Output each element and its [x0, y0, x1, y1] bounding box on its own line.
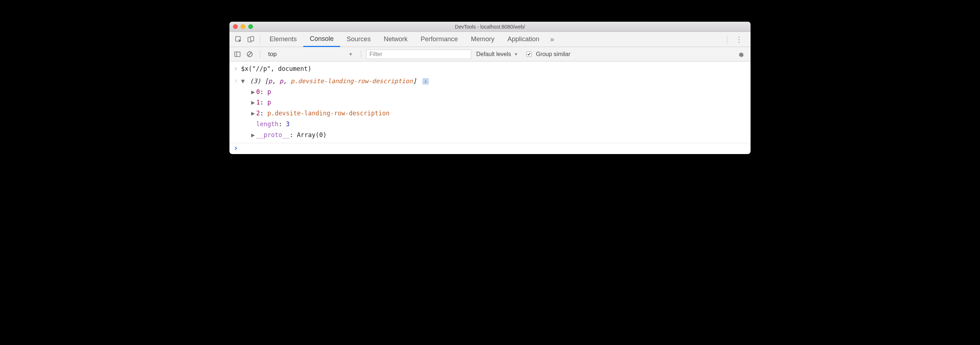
svg-rect-8: [425, 81, 426, 83]
maximize-button[interactable]: [248, 24, 253, 29]
tab-performance[interactable]: Performance: [414, 32, 464, 47]
expand-arrow-icon[interactable]: ▶: [251, 97, 256, 108]
bracket-open: [: [264, 77, 268, 84]
summary-item-2[interactable]: p.devsite-landing-row-description: [291, 77, 413, 84]
separator: [260, 35, 260, 43]
summary-item-1[interactable]: p: [279, 77, 283, 84]
filter-input[interactable]: Filter: [366, 49, 471, 59]
separator: [361, 50, 361, 58]
svg-rect-2: [250, 37, 254, 41]
array-length-prop[interactable]: ▶length: 3: [241, 119, 746, 130]
collapse-arrow-icon[interactable]: ▼: [241, 76, 246, 87]
entry-value: p: [267, 88, 271, 95]
array-entry-2[interactable]: ▶2: p.devsite-landing-row-description: [241, 108, 746, 119]
devtools-window: DevTools - localhost:8080/web/ Elements …: [229, 22, 751, 154]
array-proto-prop[interactable]: ▶__proto__: Array(0): [241, 130, 746, 141]
proto-value: Array(0): [297, 131, 327, 138]
log-levels-selector[interactable]: Default levels ▼: [473, 51, 521, 57]
output-chevron-icon: [234, 76, 241, 83]
tab-network[interactable]: Network: [377, 32, 414, 47]
svg-line-6: [248, 52, 251, 56]
levels-label: Default levels: [476, 51, 511, 57]
svg-rect-3: [235, 52, 240, 56]
bracket-close: ]: [413, 77, 417, 84]
device-toolbar-icon[interactable]: [245, 33, 257, 46]
prompt-input[interactable]: [241, 146, 746, 151]
entry-index: 2: [256, 110, 260, 117]
tab-elements[interactable]: Elements: [263, 32, 303, 47]
array-length-summary: (3): [250, 77, 264, 84]
length-label: length: [256, 121, 278, 128]
expand-arrow-icon[interactable]: ▶: [251, 87, 256, 98]
entry-value: p: [267, 99, 271, 106]
summary-item-0[interactable]: p: [268, 77, 272, 84]
tab-sources[interactable]: Sources: [340, 32, 377, 47]
sidebar-toggle-icon[interactable]: [232, 49, 242, 59]
context-selector[interactable]: top ▼: [265, 49, 356, 59]
separator: [727, 35, 727, 43]
context-value: top: [268, 51, 277, 58]
tab-console[interactable]: Console: [303, 32, 340, 47]
close-button[interactable]: [233, 24, 238, 29]
entry-value: p.devsite-landing-row-description: [267, 110, 390, 117]
entry-index: 0: [256, 88, 260, 95]
tabs-container: Elements Console Sources Network Perform…: [263, 32, 724, 47]
kebab-menu-icon[interactable]: ⋮: [730, 35, 748, 44]
array-entry-1[interactable]: ▶1: p: [241, 97, 746, 108]
proto-label: __proto__: [256, 131, 290, 138]
traffic-lights: [233, 24, 253, 29]
dropdown-arrow-icon: ▼: [348, 52, 353, 57]
result-content[interactable]: ▼ (3) [p, p, p.devsite-landing-row-descr…: [241, 76, 746, 141]
more-tabs-button[interactable]: »: [546, 35, 558, 43]
svg-point-7: [425, 80, 426, 81]
length-value: 3: [286, 121, 290, 128]
group-similar-label: Group similar: [536, 51, 570, 57]
input-expression[interactable]: $x("//p", document): [241, 64, 746, 75]
tab-memory[interactable]: Memory: [464, 32, 501, 47]
tabbar: Elements Console Sources Network Perform…: [229, 32, 751, 47]
info-badge-icon[interactable]: [422, 78, 429, 84]
console-toolbar: top ▼ Filter Default levels ▼ Group simi…: [229, 47, 751, 62]
entry-index: 1: [256, 99, 260, 106]
tab-application[interactable]: Application: [501, 32, 546, 47]
titlebar: DevTools - localhost:8080/web/: [229, 22, 751, 32]
window-title: DevTools - localhost:8080/web/: [455, 24, 525, 30]
separator: [260, 50, 260, 58]
expand-arrow-icon[interactable]: ▶: [251, 108, 256, 119]
array-entry-0[interactable]: ▶0: p: [241, 87, 746, 98]
minimize-button[interactable]: [241, 24, 245, 29]
console-body: $x("//p", document) ▼ (3) [p, p, p.devsi…: [229, 62, 751, 154]
prompt-chevron-icon: [234, 146, 241, 151]
filter-placeholder: Filter: [369, 51, 382, 57]
inspect-element-icon[interactable]: [232, 33, 245, 46]
console-prompt[interactable]: [229, 143, 751, 154]
console-input-echo: $x("//p", document): [229, 63, 751, 75]
expand-arrow-icon[interactable]: ▶: [251, 130, 256, 141]
dropdown-arrow-icon: ▼: [514, 52, 518, 57]
group-similar-checkbox[interactable]: [526, 51, 531, 57]
console-result: ▼ (3) [p, p, p.devsite-landing-row-descr…: [229, 75, 751, 143]
settings-gear-icon[interactable]: [737, 51, 748, 58]
clear-console-icon[interactable]: [245, 49, 255, 59]
input-chevron-icon: [234, 64, 241, 71]
